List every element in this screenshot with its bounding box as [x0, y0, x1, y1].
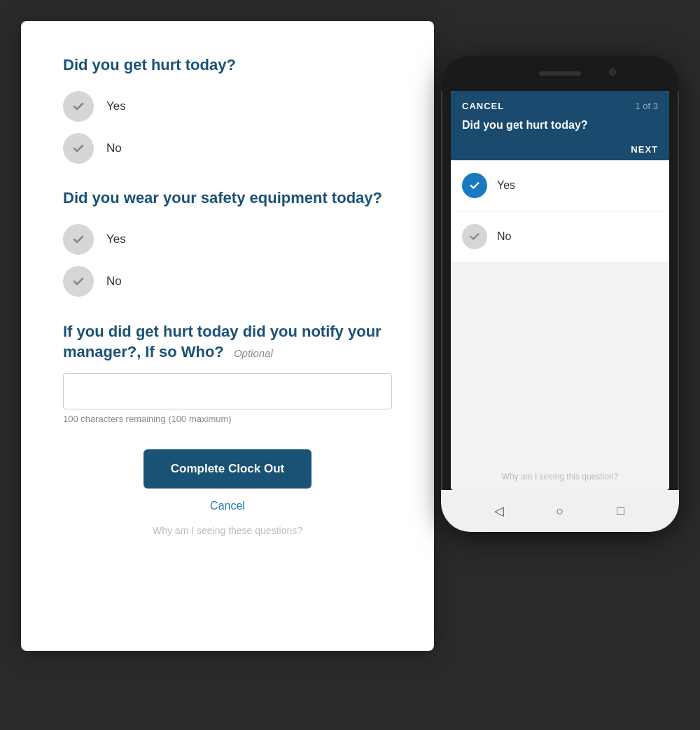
why-text[interactable]: Why am I seeing these questions?	[63, 525, 392, 536]
question1-no-circle[interactable]	[63, 133, 94, 164]
recent-icon[interactable]: □	[613, 503, 629, 519]
phone-camera	[609, 69, 616, 76]
char-count: 100 characters remaining (100 maximum)	[63, 414, 392, 424]
question1-section: Did you get hurt today? Yes No	[63, 56, 392, 164]
phone-screen: CANCEL 1 of 3 Did you get hurt today? NE…	[451, 91, 669, 490]
phone-outer: CANCEL 1 of 3 Did you get hurt today? NE…	[441, 56, 679, 532]
phone-yes-circle[interactable]	[462, 173, 487, 198]
question2-no-circle[interactable]	[63, 266, 94, 297]
phone-no-circle[interactable]	[462, 224, 487, 249]
question3-input[interactable]	[63, 373, 392, 409]
complete-clock-out-button[interactable]: Complete Clock Out	[144, 449, 312, 489]
question3-section: If you did get hurt today did you notify…	[63, 322, 392, 424]
cancel-link[interactable]: Cancel	[63, 500, 392, 512]
phone-cancel-btn[interactable]: CANCEL	[462, 101, 504, 111]
question2-yes-label: Yes	[106, 232, 126, 246]
question1-title: Did you get hurt today?	[63, 56, 392, 74]
question3-title: If you did get hurt today did you notify…	[63, 322, 392, 362]
desktop-card: Did you get hurt today? Yes No Did you w…	[21, 21, 434, 651]
phone-option-yes[interactable]: Yes	[451, 160, 669, 211]
phone-speaker	[539, 71, 581, 76]
question2-yes-circle[interactable]	[63, 224, 94, 255]
phone-notch	[441, 56, 679, 91]
question2-section: Did you wear your safety equipment today…	[63, 189, 392, 297]
question2-yes-row[interactable]: Yes	[63, 224, 392, 255]
phone-question-title: Did you get hurt today?	[462, 118, 658, 133]
phone-yes-label: Yes	[497, 179, 515, 192]
phone-step-label: 1 of 3	[635, 101, 658, 111]
question2-title: Did you wear your safety equipment today…	[63, 189, 392, 207]
phone-header: CANCEL 1 of 3 Did you get hurt today? NE…	[451, 91, 669, 160]
question1-no-row[interactable]: No	[63, 133, 392, 164]
phone-why-text[interactable]: Why am I seeing this question?	[451, 472, 669, 482]
phone-option-no[interactable]: No	[451, 211, 669, 262]
phone-options-area: Yes No	[451, 160, 669, 262]
question1-yes-circle[interactable]	[63, 91, 94, 122]
question2-no-row[interactable]: No	[63, 266, 392, 297]
home-icon[interactable]: ○	[552, 503, 568, 519]
question1-no-label: No	[106, 141, 122, 155]
phone-next-button[interactable]: NEXT	[631, 144, 658, 155]
question1-yes-label: Yes	[106, 99, 126, 113]
phone-nav-bar: ◁ ○ □	[441, 490, 679, 532]
phone-no-label: No	[497, 230, 511, 243]
question1-yes-row[interactable]: Yes	[63, 91, 392, 122]
phone-header-top: CANCEL 1 of 3	[462, 101, 658, 111]
back-icon[interactable]: ◁	[491, 503, 507, 519]
optional-tag: Optional	[234, 347, 273, 359]
phone-next-area: NEXT	[462, 140, 658, 160]
phone-wrapper: CANCEL 1 of 3 Did you get hurt today? NE…	[441, 56, 679, 532]
question2-no-label: No	[106, 274, 122, 288]
